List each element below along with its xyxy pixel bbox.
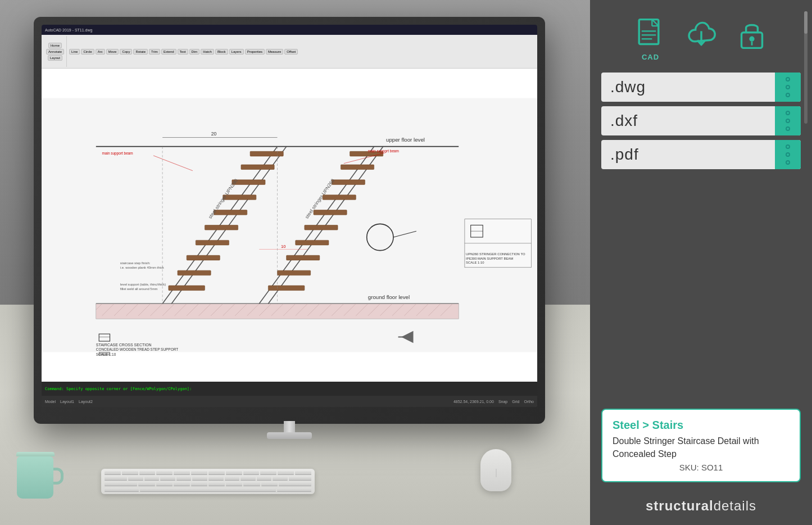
svg-rect-43: [196, 240, 229, 245]
left-panel: AutoCAD 2019 - ST11.dwg Home Annotate La…: [0, 0, 590, 525]
ribbon-btn-copy[interactable]: Copy: [120, 49, 132, 55]
command-output: Command: Specify opposite corner or [Fen…: [45, 387, 192, 391]
mug-body: [17, 456, 53, 499]
pdf-button[interactable]: .pdf: [601, 140, 801, 169]
svg-text:CONCEALED WOODEN TREAD STEP SU: CONCEALED WOODEN TREAD STEP SUPPORT: [96, 347, 178, 351]
monitor-screen: AutoCAD 2019 - ST11.dwg Home Annotate La…: [42, 25, 537, 407]
key: [122, 471, 138, 475]
pdf-label: .pdf: [601, 146, 639, 164]
brand-text: structuraldetails: [601, 498, 801, 514]
svg-text:i.e. wooden plank 40mm thick: i.e. wooden plank 40mm thick: [120, 266, 164, 269]
monitor-outer: AutoCAD 2019 - ST11.dwg Home Annotate La…: [34, 17, 545, 424]
ribbon-btn-home[interactable]: Home: [48, 43, 62, 48]
ring-hole: [786, 119, 790, 123]
keyboard-row-1: [105, 471, 311, 476]
keyboard: [101, 469, 315, 494]
key: [176, 477, 192, 481]
lock-icon: [735, 17, 769, 51]
autocad-commandline[interactable]: Command: Specify opposite corner or [Fen…: [42, 382, 537, 396]
cad-drawing-svg: upper floor level ground floor level: [42, 69, 537, 382]
ribbon-btn-rotate[interactable]: Rotate: [133, 49, 148, 55]
svg-text:STAIRCASE CROSS SECTION: STAIRCASE CROSS SECTION: [96, 343, 152, 347]
ribbon-btn-circle[interactable]: Circle: [81, 49, 94, 55]
ribbon-btn-properties[interactable]: Properties: [245, 49, 265, 55]
right-scrollbar[interactable]: [804, 11, 808, 124]
key: [128, 477, 143, 481]
ring-hole: [786, 126, 790, 131]
ribbon-btn-hatch[interactable]: Hatch: [201, 49, 214, 55]
autocad-ui: AutoCAD 2019 - ST11.dwg Home Annotate La…: [42, 25, 537, 407]
key: [289, 477, 311, 481]
svg-rect-48: [241, 165, 274, 170]
ribbon-btn-block[interactable]: Block: [215, 49, 228, 55]
ribbon-btn-line[interactable]: Line: [69, 49, 80, 55]
dxf-button[interactable]: .dxf: [601, 106, 801, 135]
key: [191, 471, 207, 475]
ribbon-btn-measure[interactable]: Measure: [266, 49, 283, 55]
ribbon-btn-arc[interactable]: Arc: [96, 49, 105, 55]
key: [243, 482, 260, 486]
brand: structuraldetails: [601, 498, 801, 514]
svg-rect-53: [296, 240, 329, 245]
key: [226, 471, 242, 475]
svg-rect-54: [305, 225, 338, 230]
svg-text:fillet weld all around 5mm: fillet weld all around 5mm: [120, 287, 158, 291]
ribbon-btn-trim[interactable]: Trim: [149, 49, 160, 55]
status-model: Model: [45, 400, 56, 404]
keyboard-row-2: [105, 477, 311, 481]
info-category: Steel > Stairs: [613, 419, 790, 432]
pdf-ring-holes: [783, 142, 792, 167]
key: [208, 482, 225, 486]
key: [156, 471, 173, 475]
svg-rect-42: [187, 255, 220, 260]
mug-handle: [53, 468, 63, 485]
key: [257, 477, 272, 481]
status-grid: Grid: [512, 400, 519, 404]
key: [273, 477, 288, 481]
dxf-label: .dxf: [601, 112, 638, 130]
key: [277, 488, 311, 492]
ring-hole: [786, 111, 790, 115]
monitor-stand: [267, 421, 312, 441]
svg-text:upper floor level: upper floor level: [386, 137, 425, 143]
svg-text:main support beam: main support beam: [102, 151, 133, 156]
svg-rect-55: [314, 210, 347, 215]
svg-rect-5: [96, 304, 459, 319]
dxf-ring-holes: [783, 108, 792, 133]
svg-point-101: [749, 37, 754, 42]
ribbon-btn-offset[interactable]: Offset: [284, 49, 298, 55]
file-formats: .dwg .dxf .pdf: [601, 73, 801, 169]
ribbon-btn-extend[interactable]: Extend: [161, 49, 176, 55]
dxf-ring: [775, 106, 801, 135]
cloud-download-icon-item: [684, 17, 718, 61]
ring-hole: [786, 152, 790, 157]
ribbon-btn-text[interactable]: Text: [178, 49, 188, 55]
info-card: Steel > Stairs Double Stringer Staircase…: [601, 409, 801, 482]
ribbon-btn-move[interactable]: Move: [106, 49, 119, 55]
key: [105, 477, 127, 481]
dwg-button[interactable]: .dwg: [601, 73, 801, 102]
key: [138, 482, 155, 486]
ribbon-btn-layout[interactable]: Layout: [48, 55, 62, 61]
ribbon-btn-layers[interactable]: Layers: [229, 49, 244, 55]
svg-rect-58: [341, 165, 374, 170]
key: [144, 477, 160, 481]
key: [243, 471, 260, 475]
scrollbar-thumb[interactable]: [804, 11, 808, 34]
pdf-ring: [775, 140, 801, 169]
ribbon-btn-dim[interactable]: Dim: [189, 49, 200, 55]
info-title: Double Stringer Staircase Detail with Co…: [613, 435, 790, 460]
status-coords: 4852.54, 2369.21, 0.00: [453, 400, 494, 404]
mouse-scroll-wheel: [496, 469, 496, 477]
autocad-viewport[interactable]: upper floor level ground floor level: [42, 69, 537, 382]
info-sku: SKU: SO11: [613, 463, 790, 472]
key: [295, 471, 311, 475]
svg-text:level support (table, thinc/th: level support (table, thinc/thick): [120, 283, 166, 286]
svg-rect-40: [169, 286, 205, 291]
ribbon-home: Home Annotate Layout: [44, 36, 67, 67]
ribbon-btn-annotate[interactable]: Annotate: [46, 49, 64, 55]
svg-rect-50: [268, 286, 305, 291]
svg-rect-44: [205, 225, 238, 230]
key: [105, 482, 137, 486]
key: [140, 488, 276, 492]
